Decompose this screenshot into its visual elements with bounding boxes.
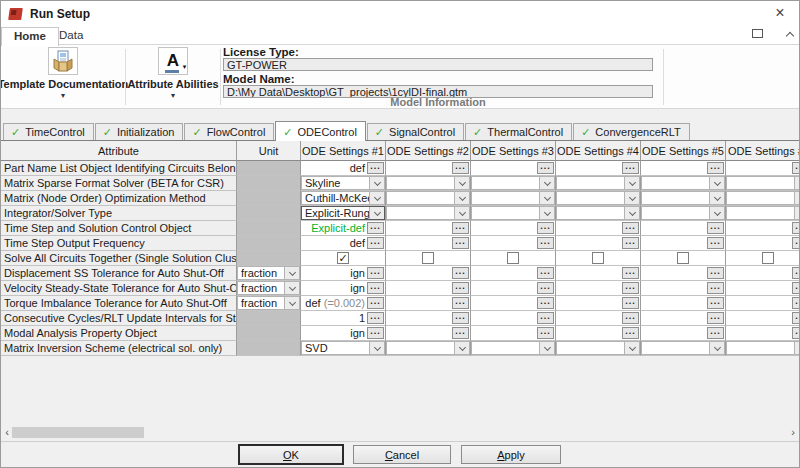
browse-button[interactable]: ... xyxy=(367,222,384,234)
chevron-down-icon[interactable] xyxy=(454,342,469,354)
ok-button[interactable]: OK xyxy=(239,445,343,464)
scrollbar-track[interactable] xyxy=(12,426,788,439)
browse-button[interactable]: ... xyxy=(707,312,724,324)
dropdown[interactable] xyxy=(386,191,470,205)
browse-button[interactable]: ... xyxy=(622,222,639,234)
browse-button[interactable]: ... xyxy=(367,237,384,249)
chevron-down-icon[interactable] xyxy=(369,177,384,189)
browse-button[interactable]: ... xyxy=(537,312,554,324)
dropdown[interactable] xyxy=(556,191,640,205)
chevron-down-icon[interactable] xyxy=(454,207,469,219)
tab-odecontrol[interactable]: ✓ODEControl xyxy=(275,121,366,141)
dropdown[interactable] xyxy=(556,176,640,190)
attribute-abilities-button[interactable]: A ▾ Attribute Abilities ▾ xyxy=(129,47,217,99)
browse-button[interactable]: ... xyxy=(537,267,554,279)
dropdown[interactable] xyxy=(386,206,470,220)
dropdown[interactable] xyxy=(641,176,725,190)
dropdown[interactable] xyxy=(641,191,725,205)
dropdown[interactable] xyxy=(471,206,555,220)
template-documentation-button[interactable]: Template Documentation ▾ xyxy=(3,47,123,99)
browse-button[interactable]: ... xyxy=(367,282,384,294)
chevron-down-icon[interactable] xyxy=(369,192,384,204)
chevron-down-icon[interactable] xyxy=(539,192,554,204)
chevron-down-icon[interactable] xyxy=(454,192,469,204)
tab-signalcontrol[interactable]: ✓SignalControl xyxy=(367,123,464,140)
browse-button[interactable]: ... xyxy=(367,312,384,324)
browse-button[interactable]: ... xyxy=(537,327,554,339)
chevron-down-icon[interactable] xyxy=(454,177,469,189)
dropdown[interactable]: fraction xyxy=(237,266,300,280)
dropdown[interactable] xyxy=(386,341,470,355)
browse-button[interactable]: ... xyxy=(367,267,384,279)
tab-flowcontrol[interactable]: ✓FlowControl xyxy=(184,123,274,140)
dropdown[interactable] xyxy=(471,176,555,190)
browse-button[interactable]: ... xyxy=(452,297,469,309)
horizontal-scrollbar[interactable]: ‹ › xyxy=(2,426,798,439)
dropdown[interactable] xyxy=(726,176,799,190)
checkbox[interactable] xyxy=(507,252,519,264)
dropdown[interactable] xyxy=(386,176,470,190)
chevron-down-icon[interactable] xyxy=(539,207,554,219)
browse-button[interactable]: ... xyxy=(537,222,554,234)
checkbox[interactable] xyxy=(422,252,434,264)
collapse-ribbon-icon[interactable] xyxy=(786,32,794,40)
scrollbar-thumb[interactable] xyxy=(12,427,144,438)
browse-button[interactable]: ... xyxy=(537,297,554,309)
dropdown[interactable] xyxy=(471,191,555,205)
dropdown[interactable]: SVD xyxy=(301,341,385,355)
dropdown[interactable] xyxy=(556,341,640,355)
chevron-down-icon[interactable] xyxy=(794,207,799,219)
dropdown[interactable] xyxy=(726,341,799,355)
browse-button[interactable]: ... xyxy=(792,282,799,294)
chevron-down-icon[interactable] xyxy=(794,177,799,189)
browse-button[interactable]: ... xyxy=(622,312,639,324)
chevron-down-icon[interactable] xyxy=(624,342,639,354)
chevron-down-icon[interactable] xyxy=(794,192,799,204)
browse-button[interactable]: ... xyxy=(452,282,469,294)
browse-button[interactable]: ... xyxy=(537,237,554,249)
scroll-right-icon[interactable]: › xyxy=(788,427,798,438)
float-window-icon[interactable] xyxy=(754,31,763,38)
browse-button[interactable]: ... xyxy=(707,297,724,309)
dropdown[interactable]: Explicit-Runge... xyxy=(301,206,385,220)
dropdown[interactable] xyxy=(641,206,725,220)
dropdown[interactable] xyxy=(726,206,799,220)
browse-button[interactable]: ... xyxy=(367,297,384,309)
dropdown[interactable] xyxy=(556,206,640,220)
browse-button[interactable]: ... xyxy=(792,312,799,324)
checkbox[interactable] xyxy=(592,252,604,264)
dropdown[interactable] xyxy=(726,191,799,205)
dropdown[interactable] xyxy=(471,341,555,355)
scroll-left-icon[interactable]: ‹ xyxy=(2,427,12,438)
browse-button[interactable]: ... xyxy=(707,162,724,174)
tab-thermalcontrol[interactable]: ✓ThermalControl xyxy=(465,123,572,140)
browse-button[interactable]: ... xyxy=(792,327,799,339)
browse-button[interactable]: ... xyxy=(452,327,469,339)
browse-button[interactable]: ... xyxy=(452,312,469,324)
browse-button[interactable]: ... xyxy=(792,267,799,279)
chevron-down-icon[interactable] xyxy=(794,342,799,354)
tab-initialization[interactable]: ✓Initialization xyxy=(95,123,184,140)
chevron-down-icon[interactable] xyxy=(624,192,639,204)
browse-button[interactable]: ... xyxy=(452,237,469,249)
chevron-down-icon[interactable] xyxy=(709,192,724,204)
unit-cell[interactable]: fraction xyxy=(237,281,301,296)
chevron-down-icon[interactable] xyxy=(284,297,299,309)
chevron-down-icon[interactable] xyxy=(709,342,724,354)
browse-button[interactable]: ... xyxy=(452,222,469,234)
ribbon-tab-home[interactable]: Home xyxy=(1,27,59,46)
browse-button[interactable]: ... xyxy=(622,267,639,279)
dropdown[interactable]: Skyline xyxy=(301,176,385,190)
checkbox[interactable]: ✓ xyxy=(337,252,349,264)
chevron-down-icon[interactable] xyxy=(624,207,639,219)
browse-button[interactable]: ... xyxy=(622,237,639,249)
checkbox[interactable] xyxy=(677,252,689,264)
tab-timecontrol[interactable]: ✓TimeControl xyxy=(3,123,94,140)
dropdown[interactable] xyxy=(641,341,725,355)
browse-button[interactable]: ... xyxy=(452,162,469,174)
browse-button[interactable]: ... xyxy=(367,162,384,174)
apply-button[interactable]: Apply xyxy=(461,445,561,464)
chevron-down-icon[interactable] xyxy=(284,267,299,279)
dropdown[interactable]: fraction xyxy=(237,296,300,310)
browse-button[interactable]: ... xyxy=(707,267,724,279)
